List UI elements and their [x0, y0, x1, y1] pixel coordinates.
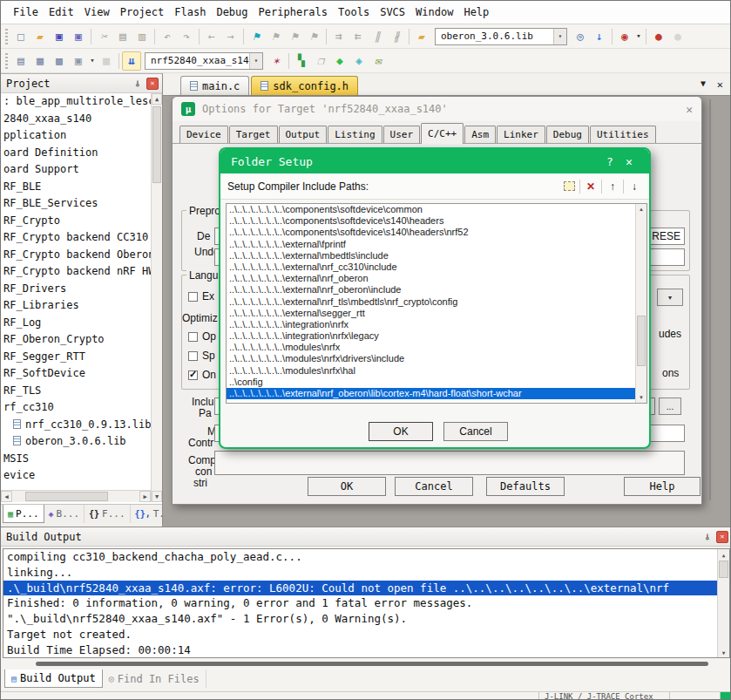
include-path-item[interactable]: ..\..\..\..\..\..\..\external\nrf_tls\mb… — [227, 296, 635, 308]
project-tree-item[interactable]: RF_Oberon_Crypto — [1, 331, 151, 349]
project-tree-item[interactable]: : ble_app_multirole_lesc_s140 — [1, 93, 151, 111]
target-select-combobox[interactable]: nrf52840_xxaa_s140 ▾ — [145, 52, 263, 70]
find-in-files-icon[interactable]: ◎ — [571, 27, 590, 46]
menu-item[interactable]: Peripherals — [254, 1, 333, 24]
batch-build-icon[interactable]: ▣ — [69, 51, 88, 71]
options-help-button[interactable]: Help — [624, 477, 701, 496]
scroll-down-icon[interactable]: ▼ — [718, 647, 729, 657]
menu-item[interactable]: Window — [410, 1, 458, 24]
configure-flash-icon[interactable]: ◈ — [349, 51, 369, 71]
save-all-icon[interactable]: ▣ — [69, 27, 88, 46]
insert-path-button[interactable] — [561, 179, 577, 194]
project-tree-item[interactable]: RF_Crypto backend nRF HW — [1, 263, 151, 281]
options-dialog-tab[interactable]: Linker — [497, 126, 545, 143]
move-path-down-button[interactable]: ↓ — [626, 179, 642, 194]
include-path-item[interactable]: ..\..\..\..\..\..\..\external\fprintf — [227, 239, 635, 250]
project-tree-item[interactable]: RF_Crypto backend Oberon — [1, 247, 151, 264]
project-tree-item[interactable]: RF_BLE — [1, 179, 151, 196]
console-line[interactable]: ".\_build\nrf52840_xxaa_s140.axf" - 1 Er… — [3, 611, 729, 627]
menu-item[interactable]: Project — [115, 1, 170, 24]
scroll-left-icon[interactable]: ◀ — [1, 491, 12, 502]
build-icon[interactable]: ▦ — [30, 51, 50, 71]
include-path-item[interactable]: ..\..\..\..\..\..\..\modules\nrfx — [227, 342, 635, 353]
optimize-for-time-checkbox[interactable] — [188, 332, 198, 342]
tab-build-output[interactable]: ▤Build Output — [4, 669, 103, 688]
close-icon[interactable]: ✕ — [716, 531, 728, 543]
project-tree-item[interactable]: oberon_3.0.6.lib — [1, 433, 151, 451]
project-tree-item[interactable]: RF_Crypto — [1, 213, 151, 230]
insert-breakpoint-icon[interactable]: ● — [649, 27, 668, 46]
include-path-item[interactable]: ..\..\..\..\..\..\..\external\nrf_oberon… — [227, 388, 635, 399]
include-path-item[interactable]: ..\..\..\..\..\..\..\components\softdevi… — [227, 204, 635, 215]
project-tree-item[interactable]: rf_cc310 — [1, 399, 151, 417]
project-tree-item[interactable]: evice — [1, 467, 151, 485]
project-tree-item[interactable]: MSIS — [1, 451, 151, 468]
delete-path-button[interactable]: ✕ — [583, 179, 599, 194]
lookup-icon[interactable]: ◉ — [615, 27, 634, 46]
close-icon[interactable]: ✕ — [686, 103, 693, 116]
options-dialog-tab[interactable]: Debug — [546, 126, 589, 143]
scroll-up-icon[interactable]: ▲ — [718, 549, 729, 560]
move-path-up-button[interactable]: ↑ — [605, 179, 620, 194]
outdent-icon[interactable]: ⇇ — [349, 27, 368, 46]
tab-books[interactable]: ◈B... — [44, 505, 85, 523]
split-ldm-checkbox[interactable] — [188, 351, 198, 361]
project-tree-horizontal-scrollbar[interactable]: ◀ ▶ — [1, 490, 151, 502]
options-for-target-icon[interactable]: ✶ — [267, 51, 286, 71]
scrollbar-thumb[interactable] — [25, 492, 108, 501]
project-tree-item[interactable]: RF_Libraries — [1, 297, 151, 315]
console-line[interactable]: Target not created. — [3, 627, 729, 642]
menu-item[interactable]: File — [8, 1, 44, 24]
include-path-item[interactable]: ..\..\..\..\..\..\..\external\nrf_oberon… — [227, 284, 635, 296]
manage-rte-icon[interactable]: ▚ — [292, 51, 311, 71]
nav-back-icon[interactable]: ← — [202, 27, 221, 46]
paths-list-scrollbar[interactable]: ▲ ▼ — [635, 204, 646, 403]
folder-setup-cancel-button[interactable]: Cancel — [443, 422, 508, 441]
console-line[interactable]: .\_build\nrf52840_xxaa_s140.axf: error: … — [3, 581, 729, 596]
scroll-down-icon[interactable]: ▼ — [152, 491, 162, 502]
menu-item[interactable]: Debug — [211, 1, 253, 24]
bookmark-toggle-icon[interactable]: ⚑ — [247, 27, 266, 46]
select-packs-icon[interactable]: ◆ — [330, 51, 349, 71]
pin-icon[interactable]: ⊸ — [701, 531, 714, 543]
help-icon[interactable]: ? — [600, 155, 619, 168]
project-tree-item[interactable]: RF_Crypto backend CC310 — [1, 229, 151, 247]
menu-item[interactable]: Flash — [169, 1, 211, 24]
scrollbar-thumb[interactable] — [637, 316, 646, 366]
options-dialog-tab[interactable]: Asm — [464, 126, 496, 143]
project-tree-vertical-scrollbar[interactable]: ▲ ▼ — [151, 93, 162, 502]
menu-item[interactable]: View — [79, 1, 115, 24]
combo-dropdown-icon[interactable]: ▾ — [249, 53, 262, 69]
project-tree-item[interactable]: oard Support — [1, 161, 151, 179]
include-path-item[interactable]: ..\..\..\..\..\..\..\modules\nrfx\hal — [227, 365, 635, 377]
translate-file-icon[interactable]: ▤ — [11, 51, 30, 71]
options-dialog-tab[interactable]: Output — [279, 126, 328, 143]
open-folder-icon[interactable]: ▰ — [30, 27, 50, 46]
toolbar-icon[interactable] — [91, 29, 91, 44]
options-cancel-button[interactable]: Cancel — [395, 477, 473, 496]
project-tree-item[interactable]: 2840_xxaa_s140 — [1, 111, 151, 128]
include-path-item[interactable]: ..\..\..\..\..\..\..\modules\nrfx\driver… — [227, 353, 635, 364]
bookmark-next-icon[interactable]: ⚑ — [285, 27, 304, 46]
bookmark-prev-icon[interactable]: ⚑ — [266, 27, 285, 46]
project-tree-item[interactable]: pplication — [1, 127, 151, 145]
toolbar-icon[interactable] — [154, 29, 155, 44]
tab-functions[interactable]: {}F... — [85, 505, 131, 523]
save-icon[interactable]: ▣ — [50, 27, 69, 46]
toolbar-grip[interactable] — [5, 53, 8, 69]
scroll-right-icon[interactable]: ▶ — [139, 491, 151, 502]
tab-find-in-files[interactable]: ◎Find In Files — [103, 669, 206, 688]
folder-setup-titlebar[interactable]: Folder Setup ? ✕ — [220, 149, 649, 173]
options-dialog-tab[interactable]: Device — [179, 126, 228, 143]
include-path-item[interactable]: ..\..\..\..\..\..\..\integration\nrfx — [227, 319, 635, 330]
uncomment-icon[interactable]: ∦ — [387, 27, 406, 46]
toolbar-icon[interactable] — [118, 53, 119, 69]
close-icon[interactable]: ✕ — [619, 155, 639, 168]
scroll-up-icon[interactable]: ▲ — [636, 204, 646, 214]
project-tree-item[interactable]: RF_Drivers — [1, 281, 151, 298]
project-tree-item[interactable]: nrf_cc310_0.9.13.lib — [1, 417, 151, 434]
menu-item[interactable]: Edit — [44, 1, 79, 24]
scrollbar-thumb[interactable] — [719, 561, 728, 578]
options-dialog-titlebar[interactable]: µ Options for Target 'nrf52840_xxaa_s140… — [173, 97, 701, 121]
menu-item[interactable]: Help — [458, 1, 494, 24]
